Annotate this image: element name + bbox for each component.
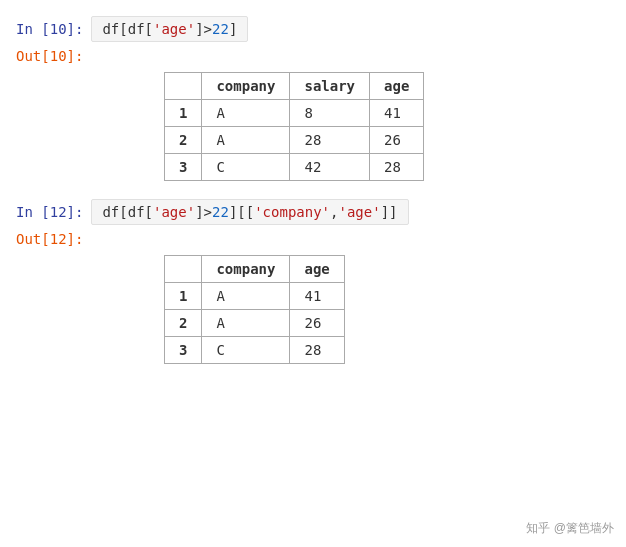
- table-wrapper: companysalaryage1A8412A28263C4228: [164, 72, 610, 181]
- table-header-0: [165, 73, 202, 100]
- table-cell-0: 1: [165, 100, 202, 127]
- table-row: 2A2826: [165, 127, 424, 154]
- table-header-1: company: [202, 73, 290, 100]
- table-cell-0: 3: [165, 337, 202, 364]
- table-row: 3C4228: [165, 154, 424, 181]
- table-row: 1A41: [165, 283, 345, 310]
- code-part-default: df[df[: [102, 21, 153, 37]
- code-part-string: 'age': [153, 204, 195, 220]
- table-cell-2: 26: [290, 310, 344, 337]
- table-header-row: companysalaryage: [165, 73, 424, 100]
- table-header-1: company: [202, 256, 290, 283]
- table-cell-3: 26: [370, 127, 424, 154]
- table-cell-2: 28: [290, 127, 370, 154]
- output-line: Out[10]:: [16, 48, 610, 64]
- watermark: 知乎 @篱笆墙外: [526, 520, 614, 537]
- input-prompt: In [10]:: [16, 21, 83, 37]
- input-line: In [10]:df[df['age']>22]: [16, 16, 610, 42]
- table-cell-1: A: [202, 310, 290, 337]
- table-cell-1: A: [202, 283, 290, 310]
- code-part-default: ][[: [229, 204, 254, 220]
- code-input: df[df['age']>22]: [91, 16, 248, 42]
- table-header-row: companyage: [165, 256, 345, 283]
- code-input: df[df['age']>22][['company','age']]: [91, 199, 408, 225]
- table-cell-2: 42: [290, 154, 370, 181]
- code-part-default: ]>: [195, 21, 212, 37]
- code-part-default: ]]: [381, 204, 398, 220]
- table-wrapper: companyage1A412A263C28: [164, 255, 610, 364]
- table-row: 1A841: [165, 100, 424, 127]
- input-line: In [12]:df[df['age']>22][['company','age…: [16, 199, 610, 225]
- table-header-0: [165, 256, 202, 283]
- code-part-number: 22: [212, 204, 229, 220]
- table-cell-0: 3: [165, 154, 202, 181]
- table-cell-0: 2: [165, 127, 202, 154]
- code-part-default: ]: [229, 21, 237, 37]
- cell-cell2: In [12]:df[df['age']>22][['company','age…: [16, 199, 610, 364]
- output-prompt: Out[12]:: [16, 231, 83, 247]
- table-header-2: age: [290, 256, 344, 283]
- table-cell-0: 1: [165, 283, 202, 310]
- output-prompt: Out[10]:: [16, 48, 83, 64]
- cell-cell1: In [10]:df[df['age']>22]Out[10]:companys…: [16, 16, 610, 181]
- table-cell-1: A: [202, 127, 290, 154]
- table-cell-3: 28: [370, 154, 424, 181]
- table-cell-1: A: [202, 100, 290, 127]
- code-part-number: 22: [212, 21, 229, 37]
- table-cell-2: 41: [290, 283, 344, 310]
- table-header-3: age: [370, 73, 424, 100]
- table-cell-1: C: [202, 154, 290, 181]
- table-header-2: salary: [290, 73, 370, 100]
- table-cell-1: C: [202, 337, 290, 364]
- code-part-string: 'age': [338, 204, 380, 220]
- code-part-default: df[df[: [102, 204, 153, 220]
- table-cell-3: 41: [370, 100, 424, 127]
- table-row: 2A26: [165, 310, 345, 337]
- output-line: Out[12]:: [16, 231, 610, 247]
- table-cell-0: 2: [165, 310, 202, 337]
- output-table: companyage1A412A263C28: [164, 255, 345, 364]
- code-part-string: 'company': [254, 204, 330, 220]
- table-cell-2: 28: [290, 337, 344, 364]
- output-table: companysalaryage1A8412A28263C4228: [164, 72, 424, 181]
- table-row: 3C28: [165, 337, 345, 364]
- code-part-default: ]>: [195, 204, 212, 220]
- table-cell-2: 8: [290, 100, 370, 127]
- input-prompt: In [12]:: [16, 204, 83, 220]
- code-part-string: 'age': [153, 21, 195, 37]
